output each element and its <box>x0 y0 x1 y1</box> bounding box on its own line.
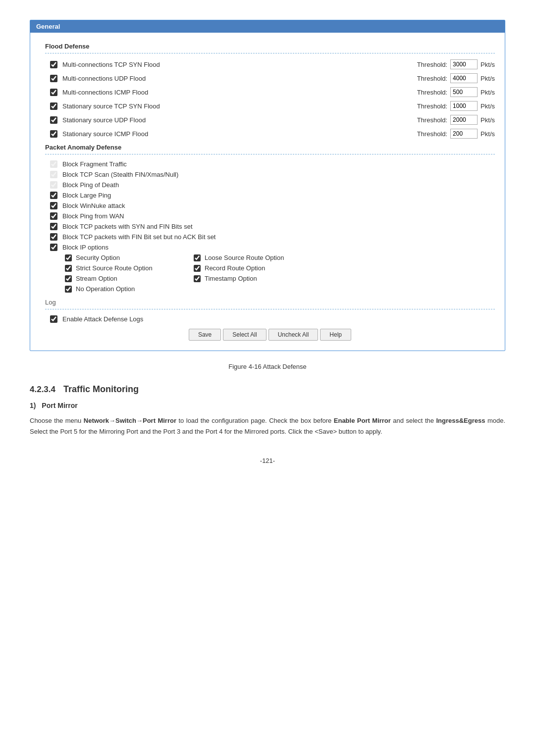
flood-row-3: Stationary source TCP SYN Flood Threshol… <box>45 101 495 111</box>
packet-checkbox-3[interactable] <box>50 192 57 199</box>
threshold-input-1[interactable] <box>450 73 478 83</box>
log-checkbox-0[interactable] <box>50 315 57 323</box>
subsection-0: 1) Port Mirror Choose the menu Network→S… <box>30 402 505 437</box>
packet-label-4: Block WinNuke attack <box>62 202 125 209</box>
flood-row-0: Multi-connections TCP SYN Flood Threshol… <box>45 59 495 69</box>
pkt-label-2: Pkt/s <box>481 89 495 96</box>
section-heading: 4.2.3.4 Traffic Monitoring <box>30 384 505 395</box>
packet-label-7: Block TCP packets with FIN Bit set but n… <box>62 233 215 241</box>
pkt-label-4: Pkt/s <box>481 116 495 124</box>
ip-option-checkbox-security[interactable] <box>65 254 72 261</box>
flood-checkbox-5[interactable] <box>50 130 57 138</box>
packet-label-5: Block Ping from WAN <box>62 212 124 220</box>
threshold-group-2: Threshold: Pkt/s <box>417 87 495 97</box>
flood-row-1: Multi-connections UDP Flood Threshold: P… <box>45 73 495 83</box>
flood-checkbox-0[interactable] <box>50 61 57 68</box>
subsection-heading-0: 1) Port Mirror <box>30 402 505 409</box>
threshold-text-4: Threshold: <box>417 116 447 124</box>
ip-options-row-0: Security Option Loose Source Route Optio… <box>65 254 495 261</box>
ip-option-checkbox-loose[interactable] <box>194 254 201 261</box>
log-row-0: Enable Attack Defense Logs <box>45 315 495 323</box>
packet-label-8: Block IP options <box>62 244 108 251</box>
packet-row-4: Block WinNuke attack <box>45 202 495 209</box>
packet-row-0: Block Fragment Traffic <box>45 160 495 168</box>
flood-row-2: Multi-connections ICMP Flood Threshold: … <box>45 87 495 97</box>
threshold-group-3: Threshold: Pkt/s <box>417 101 495 111</box>
threshold-input-0[interactable] <box>450 59 478 69</box>
threshold-text-1: Threshold: <box>417 75 447 82</box>
packet-checkbox-5[interactable] <box>50 212 57 220</box>
flood-label-1: Multi-connections UDP Flood <box>62 75 407 82</box>
ip-option-checkbox-strict[interactable] <box>65 265 72 272</box>
ip-option-col1-1: Strict Source Route Option <box>65 264 194 272</box>
packet-row-6: Block TCP packets with SYN and FIN Bits … <box>45 223 495 230</box>
threshold-input-2[interactable] <box>450 87 478 97</box>
flood-checkbox-3[interactable] <box>50 102 57 110</box>
save-button[interactable]: Save <box>189 329 221 341</box>
flood-label-2: Multi-connections ICMP Flood <box>62 89 407 96</box>
pkt-label-3: Pkt/s <box>481 102 495 110</box>
packet-checkbox-1[interactable] <box>50 171 57 178</box>
general-body: Flood Defense Multi-connections TCP SYN … <box>30 33 505 351</box>
packet-checkbox-7[interactable] <box>50 233 57 241</box>
button-row: Save Select All Uncheck All Help <box>45 329 495 341</box>
ip-option-checkbox-stream[interactable] <box>65 275 72 282</box>
ip-option-label-security: Security Option <box>76 254 120 261</box>
packet-label-6: Block TCP packets with SYN and FIN Bits … <box>62 223 193 230</box>
ip-option-col1-0: Security Option <box>65 254 194 261</box>
flood-row-5: Stationary source ICMP Flood Threshold: … <box>45 129 495 139</box>
ip-options-row-1: Strict Source Route Option Record Route … <box>65 264 495 272</box>
flood-checkbox-1[interactable] <box>50 75 57 82</box>
threshold-group-5: Threshold: Pkt/s <box>417 129 495 139</box>
packet-row-5: Block Ping from WAN <box>45 212 495 220</box>
threshold-text-5: Threshold: <box>417 130 447 138</box>
ip-option-checkbox-timestamp[interactable] <box>194 275 201 282</box>
log-section: Log Enable Attack Defense Logs <box>45 299 495 323</box>
packet-row-2: Block Ping of Death <box>45 181 495 189</box>
pkt-label-5: Pkt/s <box>481 130 495 138</box>
general-title: General <box>36 23 60 30</box>
flood-row-4: Stationary source UDP Flood Threshold: P… <box>45 115 495 125</box>
uncheck-all-button[interactable]: Uncheck All <box>268 329 319 341</box>
threshold-text-0: Threshold: <box>417 61 447 68</box>
packet-row-3: Block Large Ping <box>45 192 495 199</box>
packet-checkbox-0[interactable] <box>50 160 57 168</box>
flood-label-4: Stationary source UDP Flood <box>62 116 407 124</box>
flood-label-3: Stationary source TCP SYN Flood <box>62 102 407 110</box>
packet-label-2: Block Ping of Death <box>62 181 119 189</box>
ip-option-col2-2: Timestamp Option <box>194 275 322 282</box>
subsection-number-0: 1) <box>30 402 36 409</box>
flood-checkbox-4[interactable] <box>50 116 57 124</box>
threshold-input-3[interactable] <box>450 101 478 111</box>
packet-checkbox-2[interactable] <box>50 181 57 189</box>
packet-row-8: Block IP options <box>45 244 495 251</box>
threshold-text-2: Threshold: <box>417 89 447 96</box>
threshold-group-4: Threshold: Pkt/s <box>417 115 495 125</box>
flood-defense-section: Flood Defense Multi-connections TCP SYN … <box>45 43 495 139</box>
flood-defense-title: Flood Defense <box>45 43 495 50</box>
threshold-input-4[interactable] <box>450 115 478 125</box>
ip-option-label-record: Record Route Option <box>205 264 265 272</box>
ip-option-col2-1: Record Route Option <box>194 264 322 272</box>
subsection-title-0: Port Mirror <box>42 402 77 409</box>
threshold-input-5[interactable] <box>450 129 478 139</box>
packet-checkbox-8[interactable] <box>50 244 57 251</box>
ip-option-col1-2: Stream Option <box>65 275 194 282</box>
packet-checkbox-4[interactable] <box>50 202 57 209</box>
log-title: Log <box>45 299 495 306</box>
packet-anomaly-title: Packet Anomaly Defense <box>45 144 495 151</box>
select-all-button[interactable]: Select All <box>223 329 266 341</box>
packet-row-7: Block TCP packets with FIN Bit set but n… <box>45 233 495 241</box>
packet-checkbox-6[interactable] <box>50 223 57 230</box>
flood-divider <box>45 53 495 53</box>
ip-option-checkbox-record[interactable] <box>194 265 201 272</box>
figure-caption: Figure 4-16 Attack Defense <box>30 363 505 370</box>
packet-label-0: Block Fragment Traffic <box>62 160 127 168</box>
ip-option-checkbox-noop[interactable] <box>65 286 72 293</box>
pkt-label-0: Pkt/s <box>481 61 495 68</box>
flood-checkbox-2[interactable] <box>50 89 57 96</box>
packet-row-1: Block TCP Scan (Stealth FIN/Xmas/Null) <box>45 171 495 178</box>
help-button[interactable]: Help <box>320 329 351 341</box>
packet-divider <box>45 154 495 154</box>
packet-label-1: Block TCP Scan (Stealth FIN/Xmas/Null) <box>62 171 178 178</box>
